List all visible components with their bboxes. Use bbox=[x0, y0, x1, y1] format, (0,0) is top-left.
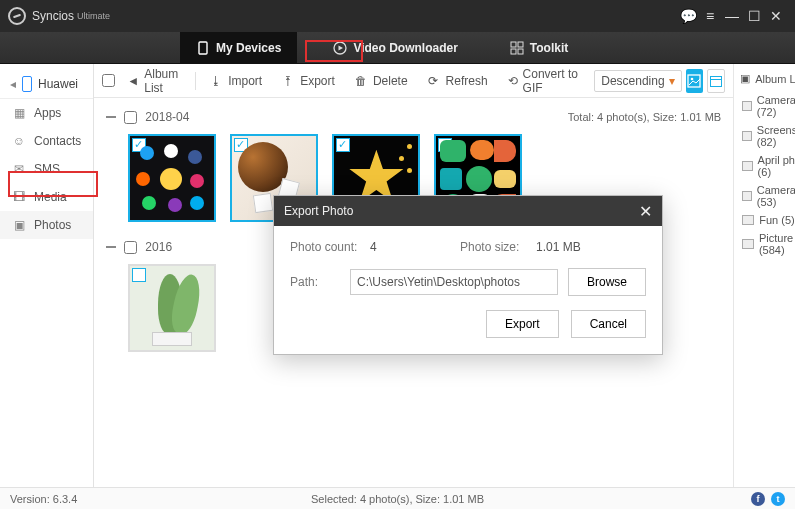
nav-media[interactable]: 🎞 Media bbox=[0, 183, 93, 211]
btn-label: Album List bbox=[144, 67, 181, 95]
album-icon bbox=[742, 101, 752, 111]
album-icon bbox=[742, 131, 752, 141]
gif-icon: ⟲ bbox=[508, 74, 518, 87]
nav-apps[interactable]: ▦ Apps bbox=[0, 99, 93, 127]
picture-icon: ▣ bbox=[740, 72, 750, 85]
thumb-checkbox[interactable] bbox=[132, 268, 146, 282]
version-label: Version: 6.3.4 bbox=[10, 493, 77, 505]
photo-thumb[interactable] bbox=[128, 264, 216, 352]
album-label: Screenshots (82) bbox=[757, 124, 795, 148]
convert-gif-button[interactable]: ⟲ Convert to GIF bbox=[500, 63, 587, 99]
browse-button[interactable]: Browse bbox=[568, 268, 646, 296]
status-bar: Version: 6.3.4 Selected: 4 photo(s), Siz… bbox=[0, 487, 795, 509]
dialog-title: Export Photo bbox=[284, 204, 353, 218]
btn-label: Import bbox=[228, 74, 262, 88]
btn-label: Convert to GIF bbox=[523, 67, 579, 95]
svg-rect-6 bbox=[518, 49, 523, 54]
sidebar: ◂ Huawei ▦ Apps ☺ Contacts ✉ SMS 🎞 Media… bbox=[0, 64, 94, 487]
tab-my-devices[interactable]: My Devices bbox=[180, 32, 297, 63]
nav-photos[interactable]: ▣ Photos bbox=[0, 211, 93, 239]
back-arrow-icon: ◄ bbox=[127, 74, 139, 87]
album-row[interactable]: Fun (5) bbox=[740, 211, 795, 229]
feedback-icon[interactable]: 💬 bbox=[677, 5, 699, 27]
nav-sms[interactable]: ✉ SMS bbox=[0, 155, 93, 183]
album-icon bbox=[742, 215, 754, 225]
sort-label: Descending bbox=[601, 74, 664, 88]
album-row[interactable]: Camera Roll (53) bbox=[740, 181, 795, 211]
titlebar: Syncios Ultimate 💬 ≡ — ☐ ✕ bbox=[0, 0, 795, 32]
nav-contacts[interactable]: ☺ Contacts bbox=[0, 127, 93, 155]
view-calendar-button[interactable] bbox=[707, 69, 725, 93]
photo-toolbar: ◄ Album List ⭳ Import ⭱ Export 🗑 Delete … bbox=[94, 64, 733, 98]
nav-label: SMS bbox=[34, 162, 60, 176]
facebook-icon[interactable]: f bbox=[751, 492, 765, 506]
total-photos-label: Total: 4 photo(s), Size: 1.01 MB bbox=[568, 111, 721, 123]
album-row[interactable]: Screenshots (82) bbox=[740, 121, 795, 151]
select-all-checkbox[interactable] bbox=[102, 74, 115, 87]
view-grid-button[interactable] bbox=[686, 69, 704, 93]
close-button[interactable]: ✕ bbox=[765, 5, 787, 27]
dialog-titlebar: Export Photo ✕ bbox=[274, 196, 662, 226]
app-edition: Ultimate bbox=[77, 11, 110, 21]
tab-label: My Devices bbox=[216, 41, 281, 55]
svg-rect-5 bbox=[511, 49, 516, 54]
device-name: Huawei bbox=[38, 77, 78, 91]
import-button[interactable]: ⭳ Import bbox=[202, 70, 270, 92]
album-label: Camera Roll (53) bbox=[757, 184, 795, 208]
tab-toolkit[interactable]: Toolkit bbox=[494, 32, 584, 63]
photo-count-label: Photo count: bbox=[290, 240, 360, 254]
album-label: Camera Roll (72) bbox=[757, 94, 795, 118]
album-row[interactable]: Picture (584) bbox=[740, 229, 795, 259]
dialog-cancel-button[interactable]: Cancel bbox=[571, 310, 646, 338]
svg-rect-4 bbox=[518, 42, 523, 47]
back-album-list-button[interactable]: ◄ Album List bbox=[119, 63, 189, 99]
album-list-pane: ▣ Album List Camera Roll (72) Screenshot… bbox=[733, 64, 795, 487]
refresh-button[interactable]: ⟳ Refresh bbox=[420, 70, 496, 92]
photo-size-label: Photo size: bbox=[460, 240, 526, 254]
btn-label: Export bbox=[300, 74, 335, 88]
delete-button[interactable]: 🗑 Delete bbox=[347, 70, 416, 92]
album-pane-title: Album List bbox=[755, 73, 795, 85]
refresh-icon: ⟳ bbox=[428, 74, 441, 87]
svg-point-8 bbox=[691, 77, 694, 80]
apps-icon: ▦ bbox=[12, 106, 26, 120]
album-row[interactable]: Camera Roll (72) bbox=[740, 91, 795, 121]
group-label: 2016 bbox=[145, 240, 172, 254]
nav-label: Media bbox=[34, 190, 67, 204]
album-label: Fun (5) bbox=[759, 214, 794, 226]
app-name: Syncios bbox=[32, 9, 74, 23]
btn-label: Refresh bbox=[446, 74, 488, 88]
import-icon: ⭳ bbox=[210, 74, 223, 87]
album-row[interactable]: April photos (6) bbox=[740, 151, 795, 181]
thumb-checkbox[interactable] bbox=[336, 138, 350, 152]
export-button[interactable]: ⭱ Export bbox=[274, 70, 343, 92]
group-checkbox[interactable] bbox=[124, 111, 137, 124]
export-path-input[interactable] bbox=[350, 269, 558, 295]
nav-label: Apps bbox=[34, 106, 61, 120]
menu-icon[interactable]: ≡ bbox=[699, 5, 721, 27]
export-icon: ⭱ bbox=[282, 74, 295, 87]
group-header-2018-04[interactable]: 2018-04 Total: 4 photo(s), Size: 1.01 MB bbox=[106, 106, 721, 128]
device-selector[interactable]: ◂ Huawei bbox=[0, 70, 93, 99]
sort-order-dropdown[interactable]: Descending ▾ bbox=[594, 70, 681, 92]
album-icon bbox=[742, 161, 752, 171]
dialog-export-button[interactable]: Export bbox=[486, 310, 559, 338]
twitter-icon[interactable]: t bbox=[771, 492, 785, 506]
phone-icon bbox=[196, 41, 210, 55]
minimize-button[interactable]: — bbox=[721, 5, 743, 27]
device-phone-icon bbox=[22, 76, 32, 92]
play-circle-icon bbox=[333, 41, 347, 55]
app-logo-icon bbox=[8, 7, 26, 25]
group-checkbox[interactable] bbox=[124, 241, 137, 254]
path-label: Path: bbox=[290, 275, 340, 289]
album-pane-header: ▣ Album List bbox=[740, 70, 795, 91]
tab-video-downloader[interactable]: Video Downloader bbox=[317, 32, 473, 63]
album-label: April photos (6) bbox=[758, 154, 795, 178]
media-icon: 🎞 bbox=[12, 190, 26, 204]
photo-count-value: 4 bbox=[370, 240, 450, 254]
album-label: Picture (584) bbox=[759, 232, 795, 256]
maximize-button[interactable]: ☐ bbox=[743, 5, 765, 27]
dialog-close-button[interactable]: ✕ bbox=[639, 202, 652, 221]
photo-thumb[interactable] bbox=[128, 134, 216, 222]
svg-rect-0 bbox=[199, 42, 207, 54]
